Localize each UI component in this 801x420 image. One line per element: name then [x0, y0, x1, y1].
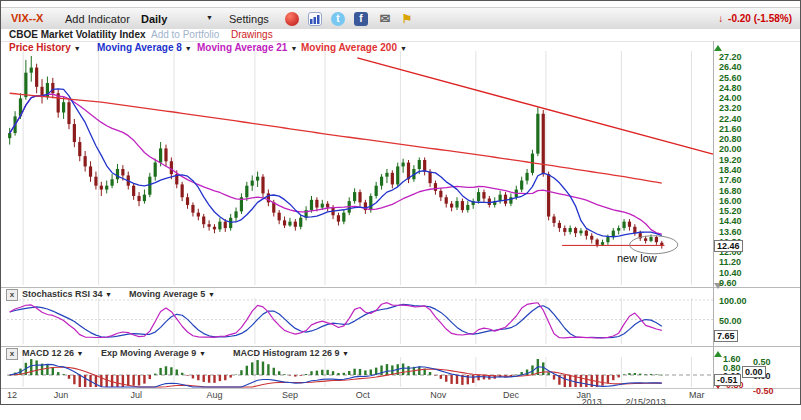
time-axis-label: Dec — [503, 390, 519, 400]
axis-tick-label: 20.00 — [719, 144, 742, 154]
toolbar: VIX--X Add Indicator Daily ▼ Settings t … — [1, 7, 800, 31]
chevron-down-icon: ▼ — [342, 350, 349, 357]
chevron-down-icon: ▼ — [105, 291, 112, 298]
facebook-icon[interactable]: f — [354, 12, 368, 26]
price-change: ↓ -0.20 (-1.58%) — [718, 13, 792, 24]
chevron-down-icon: ▼ — [206, 14, 213, 21]
macd-ema-dropdown[interactable]: Exp Moving Average 9 ▼ — [101, 348, 206, 358]
axis-tick-label: 23.20 — [719, 103, 742, 113]
axis-tick-label: 100.00 — [719, 296, 747, 306]
email-icon[interactable]: ✉ — [378, 12, 392, 26]
time-axis-label: Nov — [430, 390, 446, 400]
axis-tick-label: -0.50 — [753, 386, 774, 396]
settings-button[interactable]: Settings — [229, 13, 269, 25]
record-icon[interactable] — [285, 12, 299, 26]
macd-ema-label: Exp Moving Average 9 — [101, 348, 196, 358]
add-to-portfolio-button[interactable]: Add to Portfolio — [151, 29, 219, 40]
macd-histogram-dropdown[interactable]: MACD Histogram 12 26 9 ▼ — [233, 348, 349, 358]
charting-app-window: VIX--X Add Indicator Daily ▼ Settings t … — [0, 0, 801, 405]
macd-label: MACD 12 26 — [22, 348, 74, 358]
new-low-annotation: new low — [617, 252, 657, 264]
axis-tick-label: 10.40 — [719, 268, 742, 278]
chevron-down-icon: ▼ — [199, 350, 206, 357]
chevron-down-icon: ▼ — [208, 291, 215, 298]
divider — [1, 346, 800, 347]
stochastics-label: Stochastics RSI 34 — [22, 289, 103, 299]
time-axis-label: Jul — [131, 390, 143, 400]
time-axis-label: 2/15/2013 — [626, 397, 666, 405]
axis-tick-label: 0.50 — [753, 357, 771, 367]
macd-histogram-label: MACD Histogram 12 26 9 — [233, 348, 340, 358]
close-icon[interactable]: x — [6, 348, 18, 360]
axis-up-arrow-icon — [714, 45, 722, 51]
add-indicator-button[interactable]: Add Indicator — [65, 13, 130, 25]
axis-tick-label: 9.60 — [719, 278, 737, 288]
axis-tick-label: 24.80 — [719, 83, 742, 93]
change-text: -0.20 (-1.58%) — [728, 13, 792, 24]
chevron-down-icon: ▼ — [77, 350, 84, 357]
time-axis-label: 2013 — [582, 397, 602, 405]
flag-icon[interactable]: ⚑ — [400, 12, 414, 26]
time-axis-label: Sep — [282, 390, 298, 400]
divider — [1, 388, 800, 389]
info-bar: CBOE Market Volatility Index Add to Port… — [1, 29, 800, 41]
period-value: Daily — [141, 13, 167, 25]
last-price-badge: 12.46 — [714, 240, 743, 252]
down-arrow-icon: ↓ — [718, 13, 723, 24]
close-icon[interactable]: x — [6, 289, 18, 301]
axis-tick-label: 15.20 — [719, 206, 742, 216]
macd-dropdown[interactable]: MACD 12 26 ▼ — [22, 348, 83, 358]
axis-tick-label: 13.60 — [719, 227, 742, 237]
axis-tick-label: 19.20 — [719, 155, 742, 165]
symbol-label[interactable]: VIX--X — [11, 12, 43, 24]
axis-tick-label: 26.40 — [719, 62, 742, 72]
axis-tick-label: 16.80 — [719, 186, 742, 196]
stoch-ma-dropdown[interactable]: Moving Average 5 ▼ — [129, 289, 215, 299]
axis-tick-label: 17.60 — [719, 175, 742, 185]
period-dropdown[interactable]: Daily ▼ — [141, 13, 213, 25]
time-axis-label: Jun — [54, 390, 69, 400]
drawings-menu[interactable]: Drawings — [231, 29, 273, 40]
axis-tick-label: 18.40 — [719, 165, 742, 175]
stochastics-dropdown[interactable]: Stochastics RSI 34 ▼ — [22, 289, 112, 299]
time-axis-label: 12 — [7, 390, 17, 400]
stochastics-chart-area[interactable] — [7, 298, 713, 344]
time-axis-label: Aug — [206, 390, 222, 400]
divider — [1, 287, 800, 288]
axis-tick-label: 22.40 — [719, 114, 742, 124]
axis-up-arrow-icon — [714, 351, 722, 357]
macd-value-badge: -0.51 — [714, 374, 741, 386]
axis-tick-label: 25.60 — [719, 73, 742, 83]
twitter-icon[interactable]: t — [331, 12, 345, 26]
stochastics-value-badge: 7.65 — [714, 330, 738, 342]
time-axis-label: Mar — [689, 390, 705, 400]
time-axis-label: Oct — [356, 390, 370, 400]
axis-tick-label: 11.20 — [719, 257, 741, 267]
price-chart-area[interactable] — [7, 51, 713, 285]
bar-chart-icon[interactable] — [308, 12, 322, 26]
index-name-label: CBOE Market Volatility Index — [9, 29, 146, 40]
axis-tick-label: 27.20 — [719, 52, 742, 62]
axis-tick-label: 20.80 — [719, 134, 742, 144]
axis-tick-label: 50.00 — [719, 316, 742, 326]
histogram-value-badge: 0.00 — [742, 366, 766, 378]
axis-tick-label: 21.60 — [719, 124, 742, 134]
axis-tick-label: 16.00 — [719, 196, 742, 206]
macd-chart-area[interactable] — [7, 357, 713, 387]
axis-tick-label: 24.00 — [719, 93, 742, 103]
axis-tick-label: 14.40 — [719, 216, 742, 226]
stoch-ma-label: Moving Average 5 — [129, 289, 205, 299]
